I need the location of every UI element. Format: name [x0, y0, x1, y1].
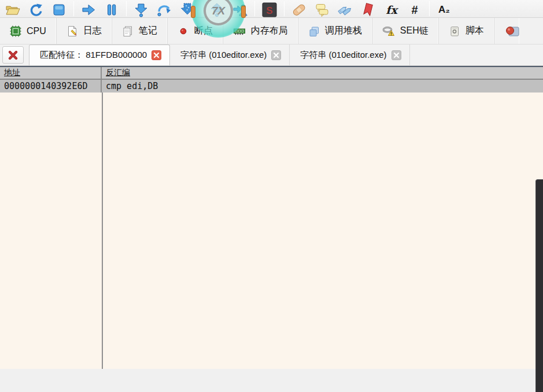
- up-arrow-icon: [209, 2, 224, 17]
- tab-script[interactable]: 脚本: [439, 18, 494, 44]
- scylla-s-icon: S: [262, 2, 277, 17]
- scylla-button[interactable]: S: [260, 0, 279, 17]
- appearance-button[interactable]: A₂: [434, 0, 454, 17]
- pause-icon: [104, 2, 119, 17]
- column-header-disassembly[interactable]: 反汇编: [102, 67, 130, 79]
- cpu-chip-icon: [10, 25, 21, 37]
- tab-cpu[interactable]: CPU: [0, 18, 57, 44]
- toolbar-separator: [284, 1, 285, 16]
- stop-icon: [51, 2, 67, 17]
- tab-label: 笔记: [139, 25, 157, 37]
- toolbar: S fx: [0, 0, 543, 18]
- run-arrow-icon: [81, 2, 96, 17]
- close-tab-button[interactable]: [152, 50, 161, 60]
- az-icon: A₂: [438, 2, 450, 17]
- execute-till-return-button[interactable]: [207, 0, 227, 17]
- view-tab-bar: CPU 日志 笔记 断点: [0, 18, 543, 45]
- tab-label: 内存布局: [251, 25, 288, 37]
- reference-tab-pattern[interactable]: 匹配特征： 81FFDB000000: [29, 45, 170, 65]
- step-over-button[interactable]: [154, 0, 174, 17]
- open-file-button[interactable]: [3, 0, 23, 17]
- comments-button[interactable]: [312, 0, 332, 17]
- arrow-to-person-icon: [232, 2, 248, 17]
- log-document-icon: [67, 25, 78, 37]
- step-into-icon: [134, 2, 149, 17]
- run-button[interactable]: [79, 0, 98, 17]
- tab-memory-map[interactable]: 内存布局: [223, 18, 298, 44]
- address-cell: 0000000140392E6D: [0, 80, 102, 93]
- fx-icon: fx: [386, 2, 397, 17]
- tab-notes[interactable]: 笔记: [112, 18, 168, 44]
- tab-label: 日志: [83, 25, 102, 37]
- tab-label: SEH链: [400, 25, 429, 37]
- table-row-selected[interactable]: 0000000140392E6D cmp edi,DB: [0, 80, 543, 93]
- toolbar-separator: [429, 1, 430, 16]
- script-icon: [449, 25, 460, 37]
- tab-log[interactable]: 日志: [57, 18, 112, 44]
- column-header-address[interactable]: 地址: [0, 67, 102, 79]
- patches-button[interactable]: [289, 0, 309, 17]
- red-x-icon: [8, 50, 19, 61]
- step-into-button[interactable]: [131, 0, 151, 17]
- comments-icon: [315, 2, 330, 17]
- reference-tab-strings-1[interactable]: 字符串 (010editor.exe): [170, 45, 290, 65]
- restart-icon: [28, 2, 43, 17]
- close-tab-button[interactable]: [271, 50, 281, 60]
- close-tab-button[interactable]: [391, 50, 401, 60]
- close-all-references-button[interactable]: [2, 46, 24, 64]
- memory-ram-icon: [233, 25, 246, 37]
- references-table: 地址 反汇编 0000000140392E6D cmp edi,DB: [0, 66, 543, 369]
- reference-tab-label: 匹配特征： 81FFDB000000: [40, 50, 147, 61]
- open-folder-icon: [5, 2, 20, 17]
- close-icon: [393, 52, 400, 58]
- breakpoint-dot-icon: [178, 25, 189, 37]
- tab-label: 调用堆栈: [325, 25, 362, 37]
- reference-tab-bar: 匹配特征： 81FFDB000000 字符串 (010editor.exe) 字…: [0, 45, 543, 66]
- reference-tab-strings-2[interactable]: 字符串 (010editor.exe): [290, 45, 409, 65]
- disassembly-cell: cmp edi,DB: [102, 80, 158, 93]
- hash-icon: #: [411, 2, 418, 17]
- tab-breakpoints[interactable]: 断点: [168, 18, 223, 44]
- labels-button[interactable]: [335, 0, 355, 17]
- trace-dotted-arrow-icon: [180, 2, 195, 17]
- toolbar-separator: [254, 1, 255, 16]
- stop-button[interactable]: [49, 0, 69, 17]
- step-over-icon: [157, 2, 172, 17]
- svg-text:S: S: [266, 5, 272, 16]
- restart-button[interactable]: [26, 0, 46, 17]
- run-to-user-code-button[interactable]: [230, 0, 250, 17]
- tab-seh-chain[interactable]: SEH链: [372, 18, 439, 44]
- toolbar-separator: [202, 1, 202, 16]
- pause-button[interactable]: [102, 0, 121, 17]
- table-header: 地址 反汇编: [0, 67, 543, 80]
- bookmarks-button[interactable]: [359, 0, 378, 17]
- toolbar-separator: [73, 1, 74, 16]
- reference-tab-label: 字符串 (010editor.exe): [180, 50, 267, 61]
- notes-icon: [122, 25, 134, 37]
- labels-tags-icon: [338, 2, 353, 17]
- seh-chain-warning-icon: [382, 25, 395, 37]
- reference-tab-label: 字符串 (010editor.exe): [300, 50, 386, 61]
- trace-into-button[interactable]: [178, 0, 197, 17]
- tab-label: CPU: [27, 26, 46, 36]
- column-divider[interactable]: [102, 67, 103, 369]
- bookmark-ribbon-icon: [361, 2, 376, 17]
- toolbar-separator: [126, 1, 127, 16]
- tab-call-stack[interactable]: 调用堆栈: [298, 18, 372, 44]
- tab-symbols-partial[interactable]: [494, 18, 519, 44]
- tab-label: 断点: [194, 25, 213, 37]
- functions-button[interactable]: fx: [382, 0, 401, 17]
- bandage-icon: [291, 2, 306, 17]
- overlapping-window-edge[interactable]: [535, 179, 543, 392]
- symbols-icon: [504, 25, 519, 38]
- call-stack-icon: [308, 25, 320, 37]
- tab-label: 脚本: [466, 25, 484, 37]
- close-icon: [273, 52, 279, 58]
- close-icon: [153, 52, 160, 58]
- hash-button[interactable]: #: [405, 0, 424, 17]
